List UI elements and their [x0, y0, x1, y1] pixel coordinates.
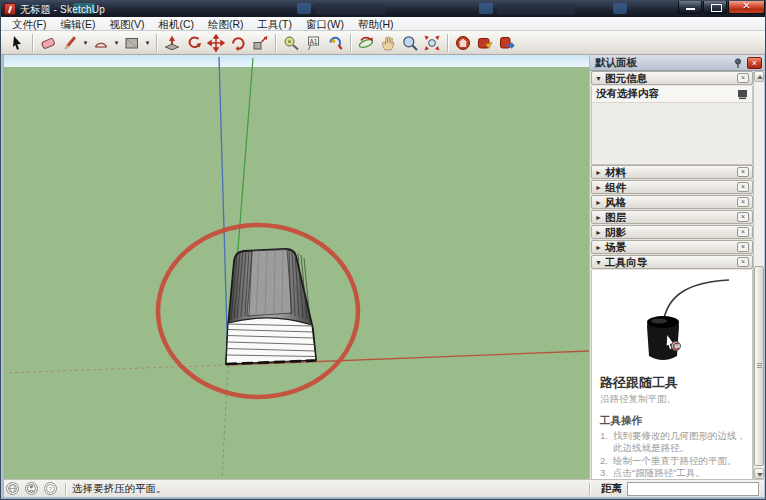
- titlebar-glass-artifact: [613, 3, 627, 14]
- menu-edit[interactable]: 编辑(E): [53, 17, 102, 31]
- toolbar-separator: [32, 34, 33, 52]
- zoom-extents-icon[interactable]: [421, 32, 443, 54]
- minimize-button[interactable]: [678, 1, 702, 14]
- close-button[interactable]: ✕: [728, 1, 765, 14]
- detach-icon[interactable]: ×: [737, 167, 749, 177]
- svg-text:?: ?: [49, 486, 53, 492]
- detach-icon[interactable]: ×: [737, 257, 749, 267]
- menu-view[interactable]: 视图(V): [102, 17, 151, 31]
- instructor-tool-subtitle: 沿路径复制平面。: [592, 392, 752, 410]
- chevron-right-icon: ►: [595, 229, 605, 236]
- close-icon: ✕: [729, 1, 764, 11]
- section-instructor[interactable]: ▼ 工具向导 ×: [591, 255, 753, 269]
- arc-icon[interactable]: [90, 32, 112, 54]
- move-icon[interactable]: [205, 32, 227, 54]
- push-pull-icon[interactable]: [161, 32, 183, 54]
- instructor-step: 绘制一个垂直于路径的平面。: [600, 455, 746, 467]
- section-label: 风格: [605, 196, 737, 208]
- detach-icon[interactable]: ×: [737, 227, 749, 237]
- section-label: 场景: [605, 241, 737, 253]
- title-bar[interactable]: 无标题 - SketchUp ✕: [1, 1, 766, 17]
- rectangle-dropdown-icon[interactable]: ▼: [143, 32, 152, 54]
- scale-icon[interactable]: [249, 32, 271, 54]
- detach-icon[interactable]: ×: [737, 197, 749, 207]
- chevron-right-icon: ►: [595, 199, 605, 206]
- share-model-icon[interactable]: [474, 32, 496, 54]
- instructor-step: 点击“跟随路径”工具。: [600, 467, 746, 479]
- measurement-input[interactable]: [627, 482, 759, 496]
- credit-attribution-icon[interactable]: [25, 482, 38, 495]
- chevron-right-icon: ►: [595, 169, 605, 176]
- tray-close-button[interactable]: ×: [747, 57, 762, 69]
- section-label: 材料: [605, 166, 737, 178]
- text-label-icon[interactable]: A1: [302, 32, 324, 54]
- pencil-dropdown-icon[interactable]: ▼: [81, 32, 90, 54]
- instructor-body: 路径跟随工具 沿路径复制平面。 工具操作 找到要修改的几何图形的边线，此边线就是…: [591, 270, 753, 479]
- pencil-icon[interactable]: [59, 32, 81, 54]
- status-bar: ? 选择要挤压的平面。 距离: [1, 479, 766, 497]
- sketchup-window: 无标题 - SketchUp ✕ 文件(F) 编辑(E) 视图(V) 相机(C)…: [0, 0, 766, 500]
- detach-icon[interactable]: ×: [737, 182, 749, 192]
- rotate-icon[interactable]: [227, 32, 249, 54]
- scrollbar-thumb[interactable]: [754, 266, 764, 466]
- follow-me-icon[interactable]: [183, 32, 205, 54]
- status-hint-text: 选择要挤压的平面。: [72, 482, 167, 496]
- eraser-icon[interactable]: [37, 32, 59, 54]
- menu-window[interactable]: 窗口(W): [299, 17, 351, 31]
- menu-draw[interactable]: 绘图(R): [201, 17, 251, 31]
- menu-file[interactable]: 文件(F): [5, 17, 53, 31]
- rectangle-icon[interactable]: [121, 32, 143, 54]
- detach-icon[interactable]: ×: [737, 73, 749, 83]
- statusbar-separator: [65, 483, 66, 495]
- section-label: 阴影: [605, 226, 737, 238]
- scroll-down-icon[interactable]: [754, 468, 764, 479]
- section-entity-info[interactable]: ▼ 图元信息 ×: [591, 71, 753, 85]
- maximize-button[interactable]: [703, 1, 727, 14]
- section-label: 图层: [605, 211, 737, 223]
- instructor-animation: [597, 272, 747, 370]
- details-toggle-icon[interactable]: [737, 89, 748, 100]
- paint-bucket-icon[interactable]: [324, 32, 346, 54]
- chevron-right-icon: ►: [595, 244, 605, 251]
- titlebar-glass-artifact: [497, 3, 575, 14]
- section-components[interactable]: ► 组件 ×: [591, 180, 753, 194]
- pin-icon[interactable]: [732, 57, 744, 69]
- help-icon[interactable]: ?: [44, 482, 57, 495]
- section-layers[interactable]: ► 图层 ×: [591, 210, 753, 224]
- detach-icon[interactable]: ×: [737, 212, 749, 222]
- menu-help[interactable]: 帮助(H): [351, 17, 401, 31]
- section-scenes[interactable]: ► 场景 ×: [591, 240, 753, 254]
- tray-dock: ▼ 图元信息 × 没有选择内容 ► 材料 × ► 组件: [590, 71, 754, 479]
- titlebar-glass-artifact: [315, 3, 385, 14]
- titlebar-glass-artifact: [297, 3, 311, 14]
- pan-icon[interactable]: [377, 32, 399, 54]
- section-materials[interactable]: ► 材料 ×: [591, 165, 753, 179]
- tray-title: 默认面板: [590, 56, 732, 70]
- toolbar: ▼ ▼ ▼: [1, 31, 766, 55]
- tape-measure-icon[interactable]: [280, 32, 302, 54]
- chevron-down-icon: ▼: [595, 75, 605, 82]
- zoom-icon[interactable]: [399, 32, 421, 54]
- menu-tools[interactable]: 工具(T): [251, 17, 299, 31]
- extension-warehouse-icon[interactable]: [496, 32, 518, 54]
- scroll-up-icon[interactable]: [754, 71, 764, 82]
- orbit-icon[interactable]: [355, 32, 377, 54]
- detach-icon[interactable]: ×: [737, 242, 749, 252]
- tray-title-bar[interactable]: 默认面板 ×: [590, 55, 765, 71]
- panel-scrollbar[interactable]: [753, 71, 764, 479]
- default-tray-panel: 默认面板 × ▼ 图元信息 × 没有选择内容: [589, 55, 764, 479]
- get-models-icon[interactable]: [452, 32, 474, 54]
- instructor-tool-title: 路径跟随工具: [592, 370, 752, 392]
- select-icon[interactable]: [6, 32, 28, 54]
- arc-dropdown-icon[interactable]: ▼: [112, 32, 121, 54]
- model-viewport[interactable]: [4, 55, 589, 479]
- close-icon: ×: [752, 58, 757, 68]
- section-styles[interactable]: ► 风格 ×: [591, 195, 753, 209]
- sketchup-logo-icon: [4, 3, 16, 15]
- geolocation-icon[interactable]: [6, 482, 19, 495]
- statusbar-separator: [589, 483, 590, 495]
- section-shadows[interactable]: ► 阴影 ×: [591, 225, 753, 239]
- toolbar-separator: [275, 34, 276, 52]
- menu-camera[interactable]: 相机(C): [151, 17, 201, 31]
- entity-empty-text: 没有选择内容: [596, 87, 737, 101]
